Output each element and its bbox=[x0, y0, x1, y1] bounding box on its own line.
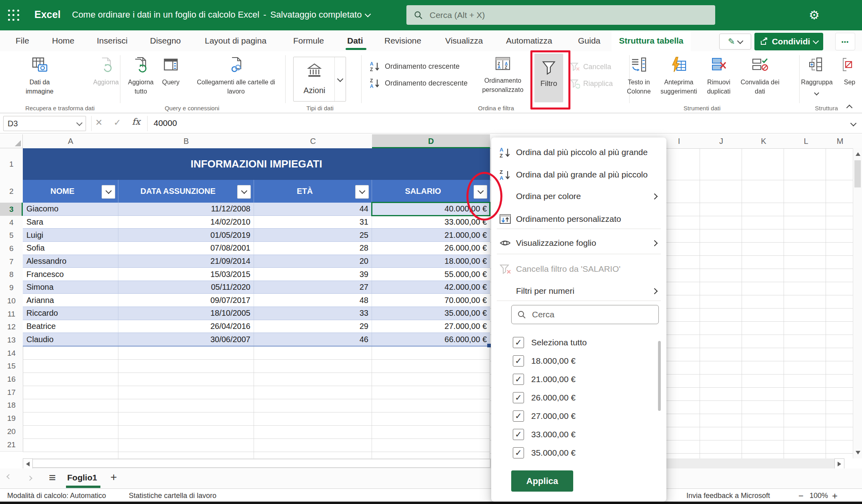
filter-check-select-all[interactable]: ✓Seleziona tutto bbox=[491, 333, 659, 352]
search-input[interactable] bbox=[429, 10, 695, 20]
vertical-scrollbar-thumb[interactable] bbox=[854, 160, 861, 187]
table-resize-handle[interactable] bbox=[487, 344, 491, 347]
row-header-14[interactable]: 14 bbox=[0, 347, 23, 360]
sheet-list-icon[interactable]: ≡ bbox=[49, 471, 56, 484]
row-header-9[interactable]: 9 bbox=[0, 281, 23, 295]
table-row[interactable]: Luigi01/05/2019 2521.000,00 € bbox=[23, 229, 490, 242]
row-header-5[interactable]: 5 bbox=[0, 229, 23, 242]
table-title-cell[interactable]: INFORMAZIONI IMPIEGATI bbox=[23, 148, 490, 180]
row-header-18[interactable]: 18 bbox=[0, 399, 23, 412]
row-header-10[interactable]: 10 bbox=[0, 294, 23, 308]
tab-formule[interactable]: Formule bbox=[293, 30, 324, 51]
table-row[interactable]: Alessandro21/09/2014 2018.000,00 € bbox=[23, 255, 490, 268]
confirm-entry-icon[interactable]: ✓ bbox=[114, 118, 121, 128]
collapse-ribbon-button[interactable] bbox=[847, 104, 852, 112]
filter-check-item[interactable]: ✓18.000,00 € bbox=[491, 352, 659, 370]
feedback-link[interactable]: Invia feedback a Microsoft bbox=[686, 492, 770, 500]
column-header-B[interactable]: B bbox=[118, 134, 254, 149]
row-header-7[interactable]: 7 bbox=[0, 255, 23, 269]
zoom-out-icon[interactable]: − bbox=[798, 491, 804, 501]
tab-struttura-tabella[interactable]: Struttura tabella bbox=[612, 30, 691, 51]
filter-check-item[interactable]: ✓35.000,00 € bbox=[491, 444, 659, 462]
filter-dropdown-nome[interactable] bbox=[102, 185, 115, 199]
row-header-1[interactable]: 1 bbox=[0, 148, 23, 180]
column-header-K[interactable]: K bbox=[742, 134, 785, 149]
tab-disegno[interactable]: Disegno bbox=[150, 30, 181, 51]
checkbox-checked-icon[interactable]: ✓ bbox=[513, 392, 524, 403]
applica-button[interactable]: Applica bbox=[511, 470, 573, 492]
cancel-entry-icon[interactable]: ✕ bbox=[95, 118, 102, 128]
header-cell-data-assunzione[interactable]: DATA ASSUNZIONE bbox=[118, 180, 254, 203]
sheet-tab-foglio1[interactable]: Foglio1 bbox=[67, 473, 97, 482]
filter-check-item[interactable]: ✓21.000,00 € bbox=[491, 370, 659, 388]
vertical-scrollbar[interactable] bbox=[853, 148, 862, 458]
list-scrollbar-thumb[interactable] bbox=[658, 341, 661, 411]
row-header-15[interactable]: 15 bbox=[0, 360, 23, 373]
gear-icon[interactable]: ⚙ bbox=[809, 8, 820, 22]
menu-item-custom-sort[interactable]: Ordinamento personalizzato bbox=[491, 210, 666, 228]
condividi-button[interactable]: Condividi bbox=[754, 33, 823, 50]
chevron-down-icon[interactable] bbox=[365, 11, 371, 17]
formula-input[interactable]: 40000 bbox=[154, 118, 177, 128]
column-header-A[interactable]: A bbox=[23, 134, 119, 149]
scroll-down-icon[interactable] bbox=[856, 451, 860, 454]
row-header-19[interactable]: 19 bbox=[0, 412, 23, 425]
fx-icon[interactable]: fx bbox=[132, 117, 140, 127]
tab-visualizza[interactable]: Visualizza bbox=[445, 30, 483, 51]
checkbox-checked-icon[interactable]: ✓ bbox=[513, 337, 524, 348]
previous-sheet-icon[interactable] bbox=[6, 474, 12, 479]
cancella-filtro-button[interactable]: Cancella bbox=[570, 62, 611, 72]
app-launcher-icon[interactable] bbox=[8, 10, 20, 22]
table-row[interactable]: Riccardo18/10/2005 3335.000,00 € bbox=[23, 307, 490, 320]
table-row[interactable]: Beatrice26/04/2016 2927.000,00 € bbox=[23, 320, 490, 333]
tab-revisione[interactable]: Revisione bbox=[384, 30, 421, 51]
menu-item-sort-by-color[interactable]: Ordina per colore bbox=[491, 187, 666, 205]
row-header-6[interactable]: 6 bbox=[0, 242, 23, 255]
calc-mode-status[interactable]: Modalità di calcolo: Automatico bbox=[7, 492, 106, 500]
column-header-M[interactable]: M bbox=[827, 134, 853, 149]
row-header-8[interactable]: 8 bbox=[0, 268, 23, 281]
tab-inserisci[interactable]: Inserisci bbox=[97, 30, 128, 51]
column-header-J[interactable]: J bbox=[700, 134, 743, 149]
column-header-C[interactable]: C bbox=[254, 134, 372, 149]
row-header-17[interactable]: 17 bbox=[0, 386, 23, 399]
zoom-in-icon[interactable]: + bbox=[832, 490, 838, 502]
add-sheet-icon[interactable]: + bbox=[110, 471, 117, 484]
checkbox-checked-icon[interactable]: ✓ bbox=[513, 374, 524, 385]
azioni-dropdown-arrow[interactable] bbox=[334, 57, 346, 102]
search-bar[interactable] bbox=[406, 5, 715, 25]
tab-automatizza[interactable]: Automatizza bbox=[506, 30, 552, 51]
edit-mode-button[interactable]: ✎ bbox=[719, 34, 751, 50]
table-row[interactable]: Claudio30/06/2007 4666.000,00 € bbox=[23, 333, 490, 346]
filter-dropdown-data[interactable] bbox=[237, 185, 251, 199]
tab-home[interactable]: Home bbox=[52, 30, 74, 51]
expand-formula-bar-button[interactable] bbox=[851, 120, 856, 127]
table-row[interactable]: Simona05/11/2020 2742.000,00 € bbox=[23, 281, 490, 294]
menu-item-sort-descending[interactable]: Z A Ordina dal più grande al più piccolo bbox=[491, 165, 666, 184]
column-header-L[interactable]: L bbox=[785, 134, 828, 149]
horizontal-scrollbar-thumb[interactable] bbox=[32, 459, 490, 468]
ordinamento-crescente-button[interactable]: A Z Ordinamento crescente bbox=[370, 61, 460, 72]
row-header-4[interactable]: 4 bbox=[0, 216, 23, 229]
table-row[interactable]: Sara14/02/2010 3133.000,00 € bbox=[23, 216, 490, 229]
azioni-dropdown[interactable]: Azioni bbox=[293, 57, 346, 102]
app-name[interactable]: Excel bbox=[34, 9, 60, 20]
horizontal-scrollbar[interactable] bbox=[23, 458, 853, 468]
row-header-3-selected[interactable]: 3 bbox=[0, 203, 23, 216]
tab-guida[interactable]: Guida bbox=[578, 30, 600, 51]
name-box[interactable]: D3 bbox=[3, 116, 86, 131]
more-options-button[interactable]: ••• bbox=[835, 33, 855, 50]
filter-check-item[interactable]: ✓33.000,00 € bbox=[491, 425, 659, 444]
row-header-12[interactable]: 12 bbox=[0, 321, 23, 334]
menu-item-sheet-view[interactable]: Visualizzazione foglio bbox=[491, 234, 666, 252]
row-header-13[interactable]: 13 bbox=[0, 333, 23, 347]
filter-check-item[interactable]: ✓27.000,00 € bbox=[491, 407, 659, 425]
row-header-21[interactable]: 21 bbox=[0, 438, 23, 452]
menu-item-sort-ascending[interactable]: A Z Ordina dal più piccolo al più grande bbox=[491, 143, 666, 161]
checkbox-checked-icon[interactable]: ✓ bbox=[513, 447, 524, 458]
scroll-up-icon[interactable] bbox=[856, 152, 860, 156]
workbook-stats-status[interactable]: Statistiche cartella di lavoro bbox=[129, 492, 216, 500]
next-sheet-icon[interactable] bbox=[27, 476, 32, 481]
header-cell-eta[interactable]: ETÀ bbox=[254, 180, 372, 203]
filter-check-item[interactable]: ✓26.000,00 € bbox=[491, 388, 659, 407]
